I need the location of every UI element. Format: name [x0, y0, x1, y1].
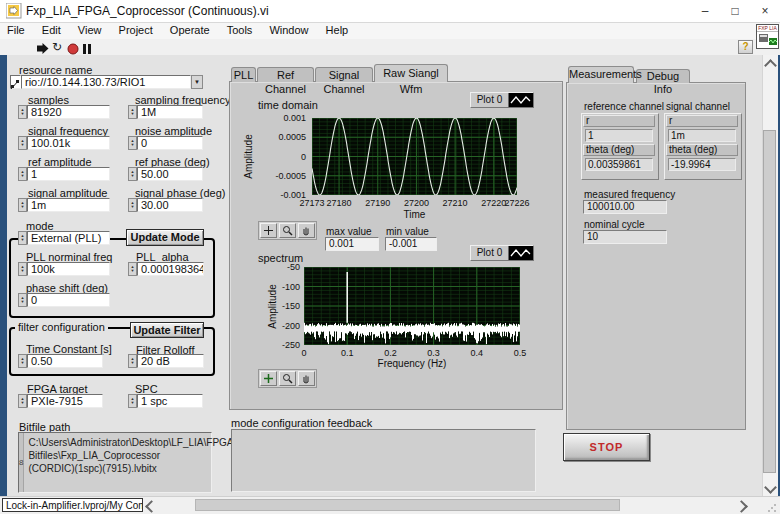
help-button[interactable]: ? [738, 40, 753, 54]
spectrum-plot[interactable] [304, 267, 520, 345]
min-value-box[interactable]: -0.001 [385, 237, 437, 251]
spinner-icon[interactable]: ▲▼ [18, 167, 27, 181]
minimize-button[interactable]: – [690, 0, 720, 22]
pll-alpha-value[interactable]: 0.000198364 [137, 262, 204, 276]
cursor-tool-icon[interactable] [260, 371, 277, 386]
vertical-scrollbar-thumb[interactable] [763, 130, 776, 473]
spinner-icon[interactable]: ▲▼ [18, 394, 27, 408]
menu-project[interactable]: Project [112, 23, 160, 37]
update-mode-button[interactable]: Update Mode [126, 229, 204, 246]
ref-amplitude-control[interactable]: ▲▼ 1 [18, 167, 110, 181]
time-domain-legend[interactable]: Plot 0 [470, 92, 534, 108]
combo-dropdown-icon[interactable]: ▼ [191, 75, 203, 89]
close-button[interactable]: × [750, 0, 780, 22]
resource-name-combo[interactable]: rio://10.144.130.73/RIO1 ▼ [10, 75, 203, 89]
sig-r-value[interactable]: 1m [668, 129, 736, 142]
spinner-icon[interactable]: ▲▼ [18, 262, 27, 276]
menu-help[interactable]: Help [319, 23, 356, 37]
sampling-frequency-control[interactable]: ▲▼ 1M [128, 105, 203, 119]
cursor-tool-icon[interactable] [260, 223, 277, 238]
spinner-icon[interactable]: ▲▼ [18, 354, 27, 368]
ref-phase-control[interactable]: ▲▼ 50.00 [128, 167, 203, 181]
spc-control[interactable]: ▲▼ 1 spc [128, 394, 203, 408]
menu-edit[interactable]: Edit [35, 23, 68, 37]
execution-target-box[interactable]: Lock-in-Amplifier.lvproj/My Computer [2, 498, 143, 512]
menu-file[interactable]: File [0, 23, 32, 37]
tab-ref-channel[interactable]: Ref Channel [257, 67, 314, 82]
title-bar[interactable]: Fxp_LIA_FPGA_Coprocessor (Continuous).vi… [0, 0, 780, 23]
spinner-icon[interactable]: ▲▼ [128, 262, 137, 276]
menu-view[interactable]: View [71, 23, 109, 37]
spinner-icon[interactable]: ▲▼ [128, 136, 137, 150]
tab-debug-info[interactable]: Debug Info [636, 69, 690, 83]
spinner-icon[interactable]: ▲▼ [128, 167, 137, 181]
spinner-icon[interactable]: ▲▼ [18, 293, 27, 307]
noise-amplitude-control[interactable]: ▲▼ 0 [128, 136, 203, 150]
ref-phase-value[interactable]: 50.00 [137, 167, 203, 181]
spectrum-graph-palette[interactable] [258, 369, 317, 388]
bitfile-path-control[interactable]: 8 C:\Users\Administrator\Desktop\LF_LIA\… [18, 432, 212, 493]
time-constant-value[interactable]: 0.50 [27, 354, 103, 368]
pan-tool-icon[interactable] [298, 223, 315, 238]
menu-window[interactable]: Window [262, 23, 315, 37]
tab-signal-channel[interactable]: Signal Channel [315, 67, 373, 82]
time-domain-graph-palette[interactable] [258, 221, 317, 240]
spinner-icon[interactable]: ▲▼ [18, 231, 27, 245]
samples-value[interactable]: 81920 [27, 105, 110, 119]
pll-nominal-freq-control[interactable]: ▲▼ 100k [18, 262, 110, 276]
signal-frequency-value[interactable]: 100.01k [27, 136, 110, 150]
time-constant-control[interactable]: ▲▼ 0.50 [18, 354, 103, 368]
bitfile-path-value[interactable]: C:\Users\Administrator\Desktop\LF_LIA\FP… [24, 433, 237, 492]
menu-operate[interactable]: Operate [163, 23, 217, 37]
zoom-tool-icon[interactable] [279, 371, 296, 386]
measured-frequency-box[interactable]: 100010.00 [583, 200, 667, 214]
ref-theta-value[interactable]: 0.00359861 [585, 158, 653, 171]
horizontal-scrollbar-thumb[interactable] [195, 499, 620, 511]
run-continuously-button[interactable]: ↻ [52, 41, 66, 54]
nominal-cycle-box[interactable]: 10 [583, 230, 667, 244]
signal-phase-value[interactable]: 30.00 [137, 198, 203, 212]
ref-r-value[interactable]: 1 [585, 129, 653, 142]
mode-control[interactable]: ▲▼ External (PLL) [18, 231, 110, 245]
abort-button[interactable] [67, 41, 81, 54]
pll-nominal-freq-value[interactable]: 100k [27, 262, 110, 276]
stop-button[interactable]: STOP [563, 433, 650, 461]
resource-name-value[interactable]: rio://10.144.130.73/RIO1 [21, 75, 191, 89]
spinner-icon[interactable]: ▲▼ [128, 354, 137, 368]
time-domain-plot[interactable] [312, 118, 517, 195]
sig-theta-value[interactable]: -19.9964 [668, 158, 736, 171]
pll-alpha-control[interactable]: ▲▼ 0.000198364 [128, 262, 204, 276]
mode-configuration-feedback-box[interactable] [231, 429, 536, 492]
spinner-icon[interactable]: ▲▼ [128, 198, 137, 212]
phase-shift-value[interactable]: 0 [27, 293, 110, 307]
signal-phase-control[interactable]: ▲▼ 30.00 [128, 198, 203, 212]
fpga-target-value[interactable]: PXIe-7915 [27, 394, 103, 408]
signal-amplitude-value[interactable]: 1m [27, 198, 110, 212]
noise-amplitude-value[interactable]: 0 [137, 136, 203, 150]
resize-grip-icon[interactable] [766, 500, 778, 514]
spectrum-legend[interactable]: Plot 0 [470, 245, 534, 261]
pan-tool-icon[interactable] [298, 371, 315, 386]
filter-rolloff-value[interactable]: 20 dB [137, 354, 204, 368]
update-filter-button[interactable]: Update Filter [130, 322, 204, 338]
spinner-icon[interactable]: ▲▼ [18, 105, 27, 119]
spinner-icon[interactable]: ▲▼ [18, 136, 27, 150]
sampling-frequency-value[interactable]: 1M [137, 105, 203, 119]
menu-tools[interactable]: Tools [220, 23, 260, 37]
spinner-icon[interactable]: ▲▼ [128, 105, 137, 119]
spinner-icon[interactable]: ▲▼ [128, 394, 137, 408]
spc-value[interactable]: 1 spc [137, 394, 203, 408]
ref-amplitude-value[interactable]: 1 [27, 167, 110, 181]
signal-amplitude-control[interactable]: ▲▼ 1m [18, 198, 110, 212]
tab-raw-siangl-wfm[interactable]: Raw Siangl Wfm [374, 64, 448, 82]
mode-value[interactable]: External (PLL) [27, 231, 110, 245]
fpga-target-control[interactable]: ▲▼ PXIe-7915 [18, 394, 103, 408]
signal-frequency-control[interactable]: ▲▼ 100.01k [18, 136, 110, 150]
max-value-box[interactable]: 0.001 [325, 237, 379, 251]
run-button[interactable] [36, 41, 50, 54]
pause-button[interactable] [82, 41, 96, 54]
tab-measurements[interactable]: Measurements [568, 66, 634, 83]
filter-rolloff-control[interactable]: ▲▼ 20 dB [128, 354, 204, 368]
phase-shift-control[interactable]: ▲▼ 0 [18, 293, 110, 307]
tab-pll[interactable]: PLL [231, 67, 256, 82]
